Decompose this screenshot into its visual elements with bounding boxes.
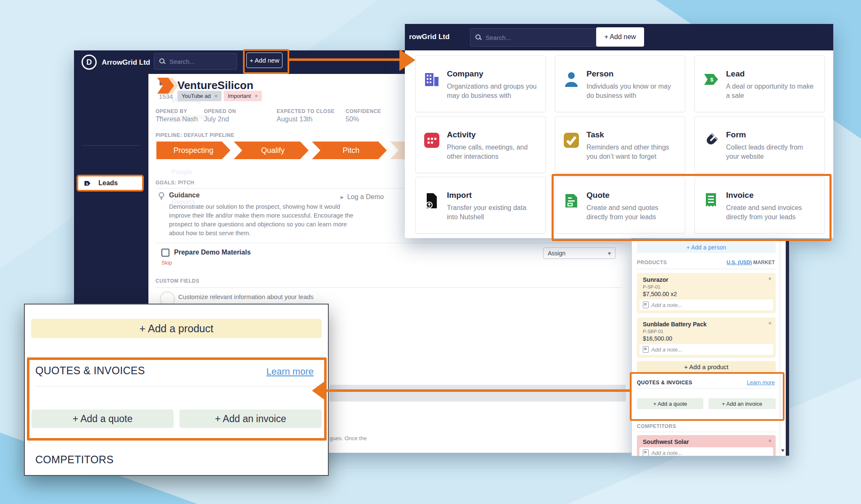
divider	[637, 269, 776, 269]
card-title: Lead	[726, 69, 745, 79]
market-selector[interactable]: U.S. (USD) MARKET	[726, 260, 775, 265]
panel-search-input[interactable]: Search...	[470, 28, 600, 47]
card-title: Form	[726, 130, 746, 139]
tag-label: Important	[228, 93, 251, 99]
pipeline-label: PIPELINE: DEFAULT PIPELINE	[156, 132, 234, 138]
card-title: Person	[586, 69, 613, 79]
panel-scrollbar[interactable]	[780, 240, 785, 456]
add-new-card-company[interactable]: Company Organizations and groups you may…	[415, 55, 546, 112]
task-check-icon	[563, 132, 580, 150]
product-card: Sunblade Battery Pack × P-SBP-01 $16,500…	[637, 318, 776, 358]
card-desc: Transfer your existing data into Nutshel…	[447, 203, 539, 222]
pipeline: Prospecting Qualify Pitch	[156, 142, 438, 159]
sidebar-item-people[interactable]: People	[156, 165, 219, 179]
lead-title: VentureSilicon	[177, 79, 254, 92]
add-new-card-form[interactable]: Form Collect leads directly from your we…	[695, 116, 825, 173]
card-title: Import	[447, 191, 472, 200]
panel-add-new-button[interactable]: + Add new	[596, 27, 644, 47]
add-product-button-large[interactable]: + Add a product	[31, 319, 322, 338]
field-value: July 2nd	[204, 116, 229, 123]
field-value: 50%	[346, 116, 359, 123]
activity-icon	[423, 132, 440, 150]
note-document-icon	[643, 302, 649, 308]
screenshot-edge-strip	[786, 240, 790, 456]
add-new-card-task[interactable]: Task Reminders and other things you don’…	[555, 116, 685, 173]
task-label: Prepare Demo Materials	[174, 249, 251, 256]
search-icon	[159, 58, 165, 64]
add-quote-button-large[interactable]: + Add a quote	[32, 410, 174, 428]
card-title: Task	[586, 130, 604, 139]
market-suffix: MARKET	[752, 260, 775, 265]
company-icon	[423, 71, 440, 89]
product-name: Sunrazor	[643, 276, 668, 283]
product-code: P-SBP-01	[643, 329, 663, 334]
competitors-label: COMPETITORS	[637, 423, 676, 429]
annotation-arrow-head-right	[399, 49, 415, 71]
pipeline-stage-qualify[interactable]: Qualify	[234, 142, 309, 159]
custom-fields-text: Customize relevant information about you…	[178, 293, 314, 300]
divider	[156, 287, 622, 288]
add-new-card-person[interactable]: Person Individuals you know or may do bu…	[555, 55, 685, 112]
learn-more-link[interactable]: Learn more	[266, 366, 314, 377]
remove-tag-icon[interactable]: ×	[255, 93, 258, 99]
sidebar-item-label: Leads	[98, 179, 118, 187]
card-title: Activity	[447, 130, 476, 139]
product-price: $16,500.00	[643, 335, 672, 342]
quotes-invoices-heading: QUOTES & INVOICES	[35, 365, 145, 377]
remove-product-icon[interactable]: ×	[768, 320, 771, 326]
card-desc: Reminders and other things you don’t wan…	[586, 143, 678, 161]
add-note-field[interactable]: Add a note...	[639, 299, 773, 310]
svg-text:$: $	[86, 182, 88, 186]
lead-detail-side-panel: + Add a person PRODUCTS U.S. (USD) MARKE…	[631, 240, 790, 456]
product-name: Sunblade Battery Pack	[643, 321, 707, 328]
card-desc: Phone calls, meetings, and other interac…	[447, 143, 539, 161]
assign-label: Assign	[548, 250, 565, 257]
competitors-heading: COMPETITORS	[35, 454, 114, 466]
divider	[637, 432, 776, 432]
sidebar-divider	[82, 145, 140, 146]
remove-tag-icon[interactable]: ×	[214, 93, 217, 99]
add-product-button[interactable]: + Add a product	[637, 361, 776, 373]
lead-tag[interactable]: YouTube ad ×	[177, 91, 222, 101]
person-icon	[563, 71, 580, 89]
person-icon	[156, 168, 165, 176]
product-card: Sunrazor × P-SP-01 $7,500.00 x2 Add a no…	[637, 273, 776, 313]
divider	[35, 386, 318, 386]
pipeline-stage-prospecting[interactable]: Prospecting	[156, 142, 230, 159]
log-demo-link[interactable]: ▶ Log a Demo	[341, 193, 384, 201]
annotation-arrow-line	[288, 58, 400, 61]
add-note-placeholder: Add a note...	[651, 346, 682, 353]
clipped-text: gues. Once the	[330, 435, 367, 441]
company-logo[interactable]: D	[82, 55, 97, 70]
add-new-card-lead[interactable]: $ Lead A deal or opportunity to make a s…	[695, 55, 825, 112]
custom-fields-label: CUSTOM FIELDS	[156, 278, 199, 284]
sidebar-item-leads-active[interactable]: $ Leads	[77, 175, 144, 192]
search-input[interactable]: Search...	[154, 53, 237, 70]
task-checkbox[interactable]	[161, 249, 169, 257]
company-name: ArrowGrid Ltd	[102, 58, 150, 67]
add-person-button[interactable]: + Add a person	[637, 242, 776, 253]
annotation-arrow-head-left	[312, 381, 325, 400]
add-invoice-button-large[interactable]: + Add an invoice	[180, 410, 322, 428]
add-new-card-activity[interactable]: Activity Phone calls, meetings, and othe…	[415, 116, 546, 173]
assign-dropdown[interactable]: Assign ▾	[543, 247, 615, 259]
add-note-field[interactable]: Add a note...	[639, 447, 773, 456]
lead-id: 1534	[159, 93, 173, 100]
annotation-arrow-line	[323, 389, 631, 392]
remove-competitor-icon[interactable]: ×	[768, 438, 771, 444]
skip-link[interactable]: Skip	[161, 260, 172, 266]
search-placeholder: Search...	[486, 34, 511, 41]
guidance-text: Demonstrate our solution to the prospect…	[169, 202, 356, 238]
chevron-down-icon: ▾	[608, 250, 611, 257]
lead-tag[interactable]: Important ×	[224, 91, 262, 101]
market-currency-link[interactable]: U.S. (USD)	[726, 260, 752, 265]
screenshot-stage: D ArrowGrid Ltd Search... + Add new $ Sa…	[0, 0, 861, 504]
add-new-card-import[interactable]: Import Transfer your existing data into …	[415, 177, 546, 234]
lead-tag-icon: $	[703, 71, 719, 89]
card-desc: Organizations and groups you may do busi…	[447, 82, 539, 100]
content-placeholder-bar	[330, 385, 626, 402]
remove-product-icon[interactable]: ×	[768, 276, 771, 282]
scrollbar-down-arrow[interactable]	[781, 449, 784, 452]
pipeline-stage-pitch[interactable]: Pitch	[312, 142, 387, 159]
add-note-field[interactable]: Add a note...	[639, 344, 773, 355]
